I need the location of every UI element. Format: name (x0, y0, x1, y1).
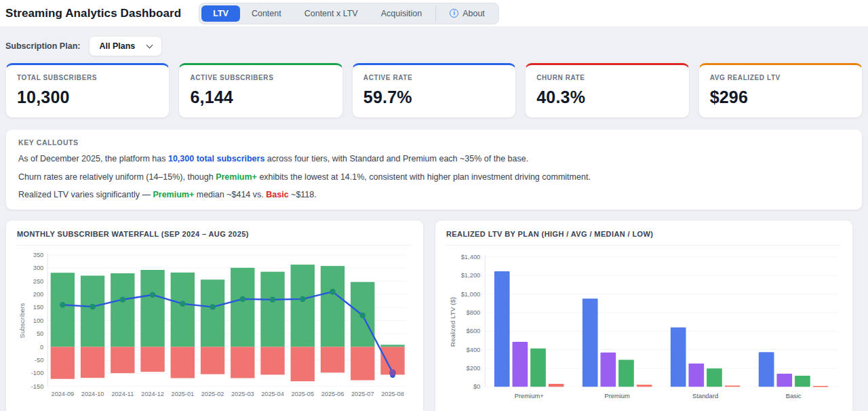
bar-median-basic[interactable] (795, 376, 810, 387)
y-axis-title: Subscribers (18, 303, 26, 338)
line-marker[interactable] (359, 313, 366, 319)
callout-line: As of December 2025, the platform has 10… (18, 154, 850, 165)
line-marker[interactable] (60, 302, 66, 308)
loss-bar[interactable] (111, 347, 134, 373)
bar-high-standard[interactable] (671, 328, 686, 387)
ltv-by-plan-chart-title: REALIZED LTV BY PLAN (HIGH / AVG / MEDIA… (446, 230, 842, 246)
bar-median-premium[interactable] (618, 359, 634, 387)
waterfall-chart-card: MONTHLY SUBSCRIBER WATERFALL (SEP 2024 –… (5, 220, 424, 411)
svg-text:2024-09: 2024-09 (52, 391, 75, 397)
tab-about[interactable]: iAbout (438, 5, 496, 22)
svg-text:300: 300 (33, 265, 44, 271)
bar-avg-premium[interactable] (601, 353, 616, 387)
tab-acquisition[interactable]: Acquisition (370, 5, 433, 22)
bar-avg-standard[interactable] (688, 364, 704, 387)
svg-text:$1,400: $1,400 (461, 254, 481, 260)
svg-text:$1,200: $1,200 (461, 272, 481, 279)
kpi-card-total-subscribers: TOTAL SUBSCRIBERS10,300 (5, 63, 170, 118)
callout-segment: Premium+ (216, 172, 257, 182)
line-marker[interactable] (90, 304, 96, 310)
gain-bar[interactable] (171, 273, 195, 347)
bar-low-premium[interactable] (637, 385, 652, 387)
bar-avg-premium[interactable] (513, 342, 528, 387)
chevron-down-icon (146, 41, 153, 48)
line-end-purple-marker[interactable] (389, 369, 396, 376)
kpi-value: 10,300 (17, 87, 158, 107)
line-marker[interactable] (210, 304, 216, 310)
tab-content-x-ltv[interactable]: Content x LTV (293, 5, 370, 22)
kpi-card-avg-realized-ltv: AVG REALIZED LTV$296 (698, 63, 863, 118)
bar-high-basic[interactable] (759, 352, 774, 387)
svg-text:50: 50 (37, 330, 43, 337)
kpi-card-churn-rate: CHURN RATE40.3% (525, 63, 689, 118)
loss-bar[interactable] (51, 347, 75, 378)
tab-ltv[interactable]: LTV (201, 5, 240, 22)
bar-median-premium[interactable] (530, 349, 546, 387)
kpi-label: CHURN RATE (536, 74, 677, 81)
bar-low-standard[interactable] (725, 385, 741, 387)
callout-line: Churn rates are relatively uniform (14–1… (18, 172, 850, 183)
svg-text:$1,000: $1,000 (461, 291, 481, 298)
svg-text:2025-07: 2025-07 (351, 391, 374, 397)
loss-bar[interactable] (140, 347, 164, 372)
loss-bar[interactable] (81, 347, 104, 378)
svg-text:2025-04: 2025-04 (261, 391, 284, 397)
bar-low-basic[interactable] (813, 386, 829, 387)
line-marker[interactable] (120, 296, 126, 302)
callout-segment: Premium+ (153, 190, 194, 199)
loss-bar[interactable] (231, 347, 254, 378)
waterfall-chart-title: MONTHLY SUBSCRIBER WATERFALL (SEP 2024 –… (17, 230, 412, 246)
callout-segment: Churn rates are relatively uniform (14–1… (18, 172, 216, 182)
tab-label: Content (252, 9, 281, 18)
svg-text:2025-05: 2025-05 (292, 391, 315, 397)
filter-row: Subscription Plan: All Plans (0, 27, 868, 63)
kpi-value: 59.7% (363, 87, 505, 107)
bar-low-premium[interactable] (549, 384, 564, 387)
loss-bar[interactable] (171, 347, 195, 378)
gain-bar[interactable] (291, 265, 315, 347)
gain-bar[interactable] (140, 270, 164, 347)
loss-bar[interactable] (321, 347, 344, 372)
loss-bar[interactable] (291, 347, 315, 381)
svg-text:Standard: Standard (692, 393, 718, 399)
svg-text:2025-03: 2025-03 (231, 391, 254, 397)
loss-bar[interactable] (201, 347, 224, 374)
tab-content[interactable]: Content (240, 5, 293, 22)
svg-text:$0: $0 (473, 383, 480, 390)
callout-segment: ~$118. (289, 190, 317, 199)
line-marker[interactable] (239, 296, 245, 302)
gain-bar[interactable] (231, 268, 254, 347)
gain-bar[interactable] (81, 275, 104, 347)
kpi-label: TOTAL SUBSCRIBERS (17, 74, 158, 81)
ltv-by-plan-chart-canvas[interactable]: $1,400$1,200$1,000$800$600$400$200$0Real… (446, 250, 842, 410)
gain-bar[interactable] (260, 272, 284, 347)
svg-text:2025-06: 2025-06 (321, 391, 344, 397)
callout-segment: 10,300 total subscribers (168, 154, 264, 163)
gain-bar[interactable] (201, 279, 224, 347)
svg-text:2024-11: 2024-11 (111, 391, 134, 397)
line-marker[interactable] (300, 296, 306, 302)
gain-bar[interactable] (111, 273, 134, 347)
subscription-plan-select[interactable]: All Plans (89, 36, 162, 56)
callout-segment: As of December 2025, the platform has (18, 154, 168, 163)
kpi-label: ACTIVE RATE (363, 74, 505, 81)
subscription-plan-value: All Plans (99, 41, 135, 51)
line-marker[interactable] (330, 289, 336, 295)
bar-high-premium[interactable] (583, 298, 598, 387)
svg-text:-100: -100 (31, 370, 44, 376)
kpi-value: $296 (710, 87, 851, 107)
callout-line: Realized LTV varies significantly — Prem… (18, 190, 850, 201)
waterfall-chart-canvas[interactable]: 350300250200150100500-50-100-150Subscrib… (17, 250, 412, 410)
bar-median-standard[interactable] (707, 368, 722, 387)
line-marker[interactable] (270, 296, 276, 302)
loss-bar[interactable] (260, 347, 284, 374)
line-marker[interactable] (150, 292, 156, 298)
key-callouts-heading: KEY CALLOUTS (18, 138, 850, 146)
gain-bar[interactable] (51, 273, 75, 347)
bar-high-premium[interactable] (494, 271, 510, 387)
bar-avg-basic[interactable] (776, 374, 792, 387)
gain-bar[interactable] (321, 266, 344, 347)
loss-bar[interactable] (351, 347, 374, 380)
line-marker[interactable] (180, 300, 186, 307)
gain-bar[interactable] (380, 345, 404, 347)
